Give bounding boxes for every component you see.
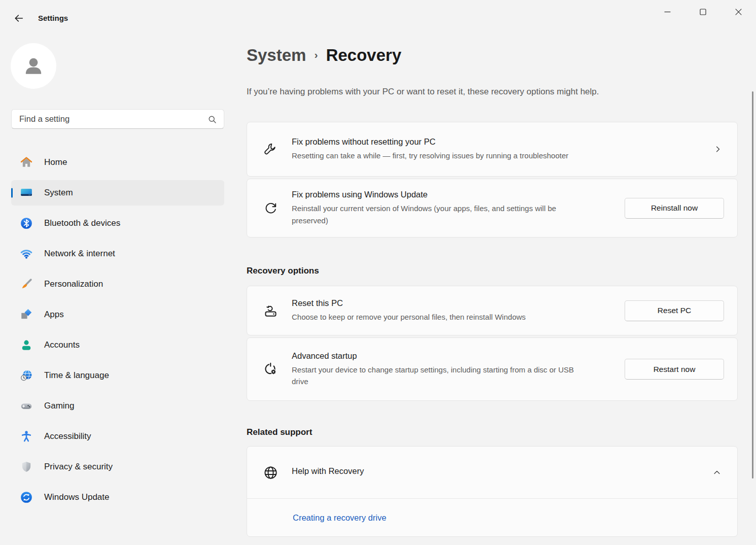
sidebar-item-system[interactable]: System — [11, 180, 224, 206]
sidebar-item-label: System — [44, 188, 73, 198]
sidebar-item-privacy-security[interactable]: Privacy & security — [11, 454, 224, 480]
sidebar-item-home[interactable]: Home — [11, 150, 224, 175]
creating-recovery-drive-link[interactable]: Creating a recovery drive — [293, 513, 386, 523]
person-icon — [22, 54, 45, 78]
network-icon — [20, 247, 33, 260]
sidebar-item-label: Personalization — [44, 279, 103, 289]
section-heading-related-support: Related support — [247, 427, 312, 437]
reset-pc-button[interactable]: Reset PC — [625, 300, 724, 321]
card-title: Advanced startup — [292, 351, 616, 361]
card-help-with-recovery: Help with Recovery Creating a recovery d… — [247, 446, 738, 537]
bluetooth-icon — [20, 217, 33, 230]
breadcrumb: System›Recovery — [247, 46, 401, 65]
card-title: Help with Recovery — [292, 466, 364, 476]
help-with-recovery-row[interactable]: Help with Recovery — [247, 447, 737, 499]
help-links: Creating a recovery drive — [247, 499, 737, 536]
home-icon — [20, 156, 33, 169]
globe-help-icon — [261, 465, 280, 481]
sidebar-item-label: Apps — [44, 310, 64, 320]
card-title: Fix problems without resetting your PC — [292, 137, 705, 147]
card-title: Fix problems using Windows Update — [292, 190, 616, 199]
section-heading-recovery-options: Recovery options — [247, 266, 319, 276]
accessibility-icon — [20, 430, 33, 443]
sidebar-item-personalization[interactable]: Personalization — [11, 271, 224, 297]
card-text: Fix problems without resetting your PC R… — [292, 137, 713, 161]
sidebar-item-label: Gaming — [44, 401, 75, 411]
card-title: Reset this PC — [292, 298, 616, 308]
card-text: Advanced startup Restart your device to … — [292, 351, 625, 388]
reset-pc-icon — [261, 303, 280, 319]
vertical-scrollbar-thumb[interactable] — [752, 91, 753, 479]
breadcrumb-parent[interactable]: System — [247, 46, 306, 64]
card-text: Fix problems using Windows Update Reinst… — [292, 190, 625, 226]
apps-icon — [20, 308, 33, 321]
sidebar-item-windows-update[interactable]: Windows Update — [11, 485, 224, 510]
back-button[interactable] — [9, 10, 28, 26]
back-arrow-icon — [13, 13, 24, 24]
system-icon — [20, 186, 33, 199]
sidebar-item-label: Network & internet — [44, 249, 115, 259]
sidebar-item-network-internet[interactable]: Network & internet — [11, 241, 224, 266]
search-box — [11, 109, 224, 129]
sync-icon — [261, 200, 280, 216]
sidebar-item-label: Home — [44, 157, 67, 167]
sidebar-nav: Home System Bluetooth & devices — [11, 150, 224, 515]
sidebar-item-time-language[interactable]: Time & language — [11, 363, 224, 388]
card-fix-problems-troubleshooter[interactable]: Fix problems without resetting your PC R… — [247, 122, 738, 177]
time-language-icon — [20, 369, 33, 382]
card-fix-problems-windows-update: Fix problems using Windows Update Reinst… — [247, 179, 738, 237]
breadcrumb-separator-icon: › — [314, 49, 318, 60]
sidebar-item-gaming[interactable]: Gaming — [11, 393, 224, 419]
sidebar-item-label: Accounts — [44, 340, 80, 350]
accounts-icon — [20, 338, 33, 352]
restart-now-button[interactable]: Restart now — [625, 359, 724, 380]
shield-icon — [20, 460, 33, 473]
card-advanced-startup: Advanced startup Restart your device to … — [247, 337, 738, 401]
page-title: Recovery — [326, 46, 401, 64]
sidebar-item-bluetooth-devices[interactable]: Bluetooth & devices — [11, 211, 224, 236]
windows-update-icon — [20, 491, 33, 504]
page-subtitle: If you’re having problems with your PC o… — [247, 87, 599, 97]
chevron-up-icon — [712, 467, 722, 478]
chevron-right-icon — [713, 144, 723, 154]
card-desc: Reinstall your current version of Window… — [292, 202, 578, 226]
card-text: Reset this PC Choose to keep or remove y… — [292, 298, 625, 323]
search-icon — [207, 114, 218, 127]
sidebar-item-label: Accessibility — [44, 431, 91, 441]
avatar[interactable] — [11, 43, 56, 89]
wrench-icon — [261, 142, 280, 157]
sidebar-item-label: Time & language — [44, 370, 109, 381]
sidebar-item-accounts[interactable]: Accounts — [11, 332, 224, 358]
card-desc: Choose to keep or remove your personal f… — [292, 311, 616, 323]
sidebar-item-label: Privacy & security — [44, 462, 113, 472]
sidebar-item-apps[interactable]: Apps — [11, 302, 224, 327]
sidebar-item-label: Bluetooth & devices — [44, 218, 120, 228]
sidebar-item-accessibility[interactable]: Accessibility — [11, 424, 224, 449]
main-content: System›Recovery If you’re having problem… — [247, 0, 738, 545]
reinstall-now-button[interactable]: Reinstall now — [625, 198, 724, 219]
sidebar-item-label: Windows Update — [44, 492, 110, 502]
advanced-startup-icon — [261, 361, 280, 377]
card-desc: Restart your device to change startup se… — [292, 364, 589, 388]
app-title: Settings — [38, 14, 68, 22]
card-reset-this-pc: Reset this PC Choose to keep or remove y… — [247, 286, 738, 335]
gaming-icon — [20, 399, 33, 413]
card-desc: Resetting can take a while — first, try … — [292, 150, 705, 161]
search-input[interactable] — [12, 110, 224, 128]
personalization-icon — [20, 278, 33, 291]
